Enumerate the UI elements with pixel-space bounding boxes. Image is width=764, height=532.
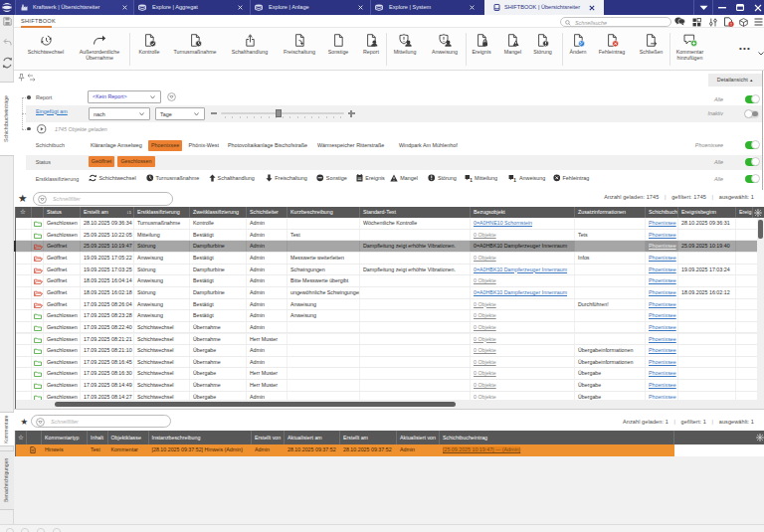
svg-text:1: 1 (514, 178, 517, 182)
svg-text:1: 1 (470, 178, 473, 182)
